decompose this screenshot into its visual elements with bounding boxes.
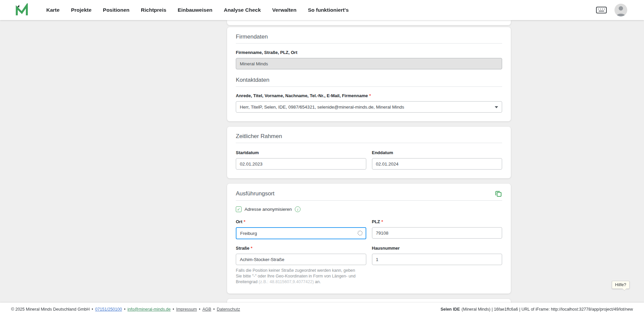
divider	[236, 200, 502, 201]
nav-item-projekte[interactable]: Projekte	[71, 7, 92, 13]
footer-email-link[interactable]: info@mineral-minds.de	[127, 307, 171, 312]
footer-phone-link[interactable]: 07151/250100	[95, 307, 122, 312]
nav-item-einbauweisen[interactable]: Einbauweisen	[178, 7, 212, 13]
footer-datenschutz-link[interactable]: Datenschutz	[217, 307, 240, 312]
firmenname-label: Firmenname, Straße, PLZ, Ort	[236, 50, 298, 55]
anonymisieren-row: ✓ Adresse anonymisieren i	[236, 206, 502, 212]
debug-details: (Mineral Minds) | 16fae1ffc6a6 | URL of …	[462, 307, 633, 312]
divider	[236, 86, 502, 87]
nav-item-positionen[interactable]: Positionen	[103, 7, 129, 13]
plz-label: PLZ	[372, 219, 380, 224]
mineral-minds-logo-icon	[15, 3, 29, 17]
ort-field: Ort*	[236, 213, 366, 239]
ort-label: Ort	[236, 219, 243, 224]
nav-item-verwalten[interactable]: Verwalten	[272, 7, 297, 13]
strasse-label: Straße	[236, 246, 249, 251]
strasse-field: Straße*	[236, 239, 366, 265]
enddatum-input[interactable]	[372, 158, 502, 170]
card-partial-top	[227, 20, 511, 25]
required-asterisk: *	[244, 219, 246, 224]
debug-app-name: Selen IDE	[440, 307, 460, 312]
person-icon	[614, 4, 627, 16]
kontakt-select[interactable]: Herr, TitelP, Selen, IDE, 0987/654321, s…	[236, 101, 502, 113]
strasse-input[interactable]	[236, 254, 366, 265]
divider	[236, 43, 502, 44]
section-title-kontaktdaten: Kontaktdaten	[236, 77, 502, 83]
section-title-zeitlicher-rahmen: Zeitlicher Rahmen	[236, 133, 502, 140]
section-title-firmendaten: Firmendaten	[236, 34, 502, 40]
card-ausfuehrungsort: Ausführungsort ✓ Adresse anonymisieren i…	[227, 184, 511, 294]
nav-item-karte[interactable]: Karte	[46, 7, 60, 13]
nav-item-analyse-check[interactable]: Analyse Check	[224, 7, 261, 13]
footer-agb-link[interactable]: AGB	[202, 307, 211, 312]
footer-left: © 2025 Mineral Minds Deutschland GmbH • …	[11, 307, 240, 312]
hint-example: (z.B.: 48.8115607,9.4077422)	[259, 279, 314, 284]
required-asterisk: *	[381, 219, 383, 224]
footer-debug-info: Selen IDE (Mineral Minds) | 16fae1ffc6a6…	[440, 307, 633, 312]
strasse-hint: Falls die Position keiner Straße zugeord…	[236, 268, 361, 285]
ort-input[interactable]	[236, 227, 366, 239]
main-nav: Karte Projekte Positionen Richtpreis Ein…	[46, 7, 349, 13]
card-firmendaten: Firmendaten Firmenname, Straße, PLZ, Ort…	[227, 27, 511, 121]
nav-item-richtpreis[interactable]: Richtpreis	[141, 7, 166, 13]
user-avatar[interactable]	[614, 4, 627, 16]
plz-input[interactable]	[372, 227, 502, 239]
kontakt-label-row: Anrede, Titel, Vorname, Nachname, Tel.-N…	[236, 92, 502, 99]
check-icon: ✓	[237, 207, 240, 211]
hausnummer-label: Hausnummer	[372, 246, 400, 251]
enddatum-field: Enddatum	[372, 144, 502, 170]
keyboard-icon[interactable]	[596, 6, 607, 14]
kontakt-select-value: Herr, TitelP, Selen, IDE, 0987/654321, s…	[240, 105, 404, 110]
main-content: Firmendaten Firmenname, Straße, PLZ, Ort…	[227, 20, 511, 314]
startdatum-field: Startdatum	[236, 144, 366, 170]
footer: © 2025 Mineral Minds Deutschland GmbH • …	[0, 303, 644, 316]
required-asterisk: *	[251, 246, 252, 251]
copyright-text: © 2025 Mineral Minds Deutschland GmbH	[11, 307, 90, 312]
footer-impressum-link[interactable]: Impressum	[176, 307, 197, 312]
plz-field: PLZ*	[372, 213, 502, 239]
hausnummer-input[interactable]	[372, 254, 502, 265]
startdatum-label: Startdatum	[236, 150, 259, 155]
duplicate-icon[interactable]	[495, 190, 502, 197]
info-icon[interactable]: i	[295, 206, 301, 212]
required-asterisk: *	[369, 93, 371, 98]
hausnummer-field: Hausnummer	[372, 239, 502, 265]
anonymisieren-label[interactable]: Adresse anonymisieren	[245, 207, 292, 212]
divider	[236, 143, 502, 143]
app-logo[interactable]	[15, 3, 29, 17]
card-zeitlicher-rahmen: Zeitlicher Rahmen Startdatum Enddatum	[227, 127, 511, 178]
enddatum-label: Enddatum	[372, 150, 393, 155]
chevron-down-icon	[495, 106, 498, 108]
top-navbar: Karte Projekte Positionen Richtpreis Ein…	[0, 0, 644, 20]
navbar-right	[596, 4, 627, 16]
startdatum-input[interactable]	[236, 158, 366, 170]
section-title-ausfuehrungsort: Ausführungsort	[236, 190, 274, 197]
loading-spinner-icon	[358, 231, 363, 236]
firmenname-input	[236, 58, 502, 69]
anonymisieren-checkbox[interactable]: ✓	[236, 206, 241, 212]
kontakt-label: Anrede, Titel, Vorname, Nachname, Tel.-N…	[236, 93, 368, 98]
help-button[interactable]: Hilfe?	[612, 281, 630, 289]
firmenname-label-row: Firmenname, Straße, PLZ, Ort	[236, 49, 502, 55]
nav-item-so-funktionierts[interactable]: So funktioniert's	[308, 7, 349, 13]
